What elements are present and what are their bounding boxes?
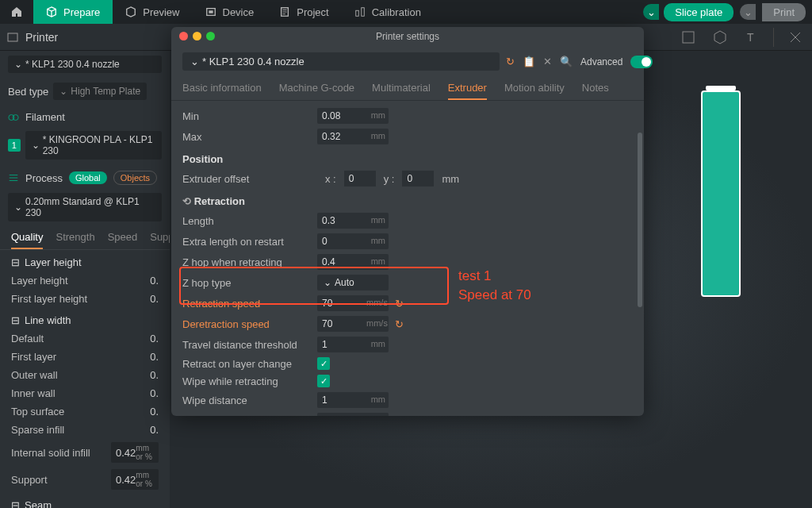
maximize-icon[interactable]: [206, 32, 215, 40]
reset-icon[interactable]: ↻: [395, 318, 404, 330]
filament-dropdown[interactable]: ⌄ * KINGROON PLA - KLP1 230: [25, 131, 162, 160]
svg-rect-6: [683, 32, 694, 43]
tab-calibration[interactable]: Calibration: [342, 0, 434, 24]
slice-dropdown[interactable]: ⌄: [643, 4, 659, 20]
minimize-icon[interactable]: [193, 32, 201, 40]
save-icon[interactable]: 📋: [523, 56, 535, 67]
tab-quality[interactable]: Quality: [11, 231, 43, 249]
svg-rect-3: [355, 10, 358, 16]
model-preview[interactable]: [701, 90, 741, 297]
profile-name: * KLP1 230 0.4 nozzle: [202, 56, 304, 67]
group-line-width[interactable]: ⊟ Line width: [0, 308, 170, 329]
svg-rect-5: [8, 33, 17, 41]
print-dropdown[interactable]: ⌄: [740, 4, 756, 20]
field-layer-height: Layer height0.: [0, 271, 170, 290]
close-x-icon[interactable]: ✕: [543, 56, 552, 67]
advanced-label: Advanced: [580, 56, 622, 67]
printer-bar-label: Printer: [25, 31, 58, 44]
project-icon: [279, 6, 290, 17]
tab-label: Preview: [143, 6, 179, 18]
printer-icon: [6, 31, 19, 44]
zhop-type-dropdown[interactable]: ⌄ Auto: [317, 275, 389, 291]
field-support: Support0.42mm or %: [0, 466, 170, 493]
dialog-titlebar[interactable]: Printer settings: [171, 27, 644, 46]
home-button[interactable]: [0, 6, 33, 18]
filament-slot-number[interactable]: 1: [8, 139, 21, 152]
wipe-retract-checkbox[interactable]: ✓: [317, 375, 330, 387]
field-max: Max0.32mm: [182, 126, 633, 147]
tab-multimaterial[interactable]: Multimaterial: [372, 77, 431, 100]
field-first-layer: First layer0.: [0, 348, 170, 366]
tool-assembly-icon[interactable]: [785, 27, 806, 48]
search-icon[interactable]: 🔍: [560, 56, 573, 67]
svg-rect-4: [361, 8, 364, 17]
annotation-text: test 1 Speed at 70: [458, 267, 531, 305]
field-min: Min0.08mm: [182, 106, 633, 126]
process-profile-dropdown[interactable]: ⌄ 0.20mm Standard @ KLP1 230: [8, 193, 162, 221]
tab-notes[interactable]: Notes: [582, 77, 609, 100]
tab-speed[interactable]: Speed: [108, 231, 138, 249]
tab-strength[interactable]: Strength: [56, 231, 94, 249]
svg-point-9: [13, 114, 18, 120]
bed-type-value: High Temp Plate: [71, 86, 140, 97]
printer-profile-dropdown[interactable]: ⌄ * KLP1 230 0.4 nozzle: [8, 56, 162, 73]
tool-orient-icon[interactable]: [678, 27, 699, 48]
global-badge[interactable]: Global: [69, 171, 107, 184]
field-deretraction-speed: Deretraction speed70mm/s↻: [182, 314, 633, 334]
field-retract-layer-change: Retract on layer change✓: [182, 355, 633, 372]
field-zhop: Z hop when retracting0.4mm: [182, 252, 633, 272]
home-icon: [10, 6, 23, 18]
field-top-surface: Top surface0.: [0, 402, 170, 421]
process-tabs: Quality Strength Speed Support: [0, 226, 170, 250]
field-wipe-distance: Wipe distance1mm: [182, 390, 633, 410]
bed-type-dropdown[interactable]: ⌄ High Temp Plate: [53, 83, 147, 100]
tool-text-icon[interactable]: T: [741, 27, 762, 48]
tab-basic-info[interactable]: Basic information: [182, 77, 262, 100]
tab-motion[interactable]: Motion ability: [504, 77, 565, 100]
process-section-label: Process: [25, 172, 63, 184]
field-zhop-type: Z hop type⌄ Auto: [182, 272, 633, 293]
filament-value: * KINGROON PLA - KLP1 230: [43, 134, 155, 156]
slice-button[interactable]: Slice plate: [664, 3, 733, 21]
printer-profile-label: * KLP1 230 0.4 nozzle: [25, 59, 120, 70]
close-icon[interactable]: [179, 32, 188, 40]
undo-icon[interactable]: ↻: [506, 56, 515, 67]
settings-body: Min0.08mm Max0.32mm Position Extruder of…: [171, 101, 644, 416]
tab-extruder[interactable]: Extruder: [448, 77, 487, 100]
viewport-toolbar: T: [678, 27, 806, 48]
objects-badge[interactable]: Objects: [113, 171, 157, 185]
field-outer-wall: Outer wall0.: [0, 366, 170, 384]
retract-layer-checkbox[interactable]: ✓: [317, 357, 330, 370]
dialog-title: Printer settings: [376, 31, 439, 42]
tab-label: Project: [297, 6, 328, 18]
process-profile-label: 0.20mm Standard @ KLP1 230: [25, 196, 155, 218]
tab-support[interactable]: Support: [150, 231, 170, 249]
group-layer-height[interactable]: ⊟ Layer height: [0, 250, 170, 271]
tab-preview[interactable]: Preview: [113, 0, 192, 24]
field-length: Length0.3mm: [182, 210, 633, 231]
reset-icon[interactable]: ↻: [395, 298, 404, 310]
tool-cube-icon[interactable]: [710, 27, 730, 48]
advanced-toggle[interactable]: [630, 56, 653, 68]
group-seam[interactable]: ⊟ Seam: [0, 493, 170, 508]
tab-device[interactable]: Device: [193, 0, 267, 24]
filament-section-label: Filament: [25, 111, 65, 123]
profile-selector[interactable]: ⌄ * KLP1 230 0.4 nozzle: [182, 52, 500, 71]
calibration-icon: [354, 6, 366, 17]
tab-label: Calibration: [372, 6, 421, 18]
tab-label: Prepare: [63, 6, 100, 18]
field-extruder-offset: Extruder offsetx :0y :0mm: [182, 168, 633, 189]
field-retract-before-wipe: Retract amount before wipe70%: [182, 410, 633, 416]
tab-project[interactable]: Project: [266, 0, 341, 24]
print-button[interactable]: Print: [762, 3, 806, 21]
section-retraction[interactable]: Retraction: [182, 189, 633, 210]
printer-settings-dialog: Printer settings ⌄ * KLP1 230 0.4 nozzle…: [171, 27, 644, 416]
svg-rect-1: [209, 10, 213, 13]
field-travel-threshold: Travel distance threshold1mm: [182, 334, 633, 355]
tab-machine-gcode[interactable]: Machine G-code: [279, 77, 354, 100]
scrollbar-thumb[interactable]: [638, 133, 642, 307]
group-title: Line width: [25, 314, 71, 326]
scrollbar[interactable]: [638, 109, 642, 408]
tab-prepare[interactable]: Prepare: [33, 0, 113, 24]
section-position: Position: [182, 147, 633, 168]
